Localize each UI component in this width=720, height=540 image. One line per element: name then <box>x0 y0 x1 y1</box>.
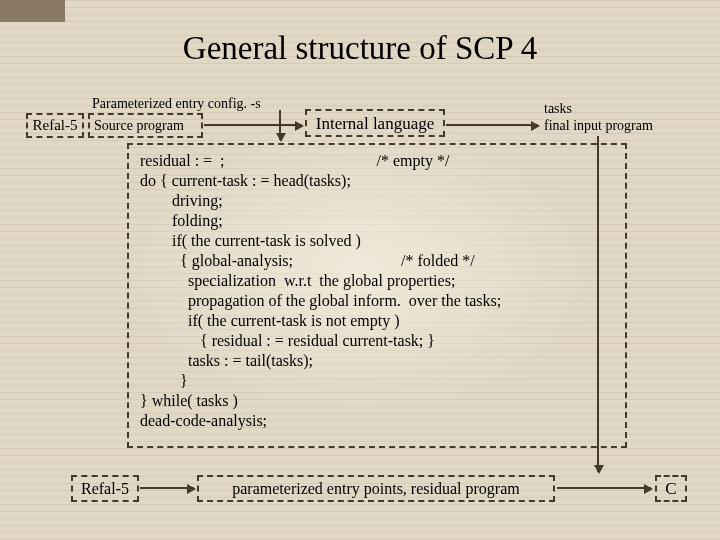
final-input-program-label: final input program <box>544 117 653 134</box>
algorithm-pseudocode: residual : = ; /* empty */ do { current-… <box>140 151 620 431</box>
arrow-source-to-internal <box>204 124 302 126</box>
arrow-internal-to-tasks <box>446 124 538 126</box>
residual-program-box: parameterized entry points, residual pro… <box>197 475 555 502</box>
tasks-label: tasks <box>544 100 653 117</box>
decorative-top-stripe <box>0 0 65 22</box>
arrow-residual-to-c <box>557 487 651 489</box>
page-title: General structure of SCP 4 <box>0 30 720 67</box>
c-output-box: C <box>655 475 687 502</box>
arrow-tasks-down <box>597 136 599 472</box>
arrow-refal-to-residual <box>140 487 194 489</box>
source-program-box: Source program <box>88 113 203 138</box>
refal-input-box: Refal-5 <box>26 113 84 138</box>
internal-language-box: Internal language <box>305 109 445 137</box>
tasks-column: tasks final input program <box>544 100 653 134</box>
refal-output-box: Refal-5 <box>71 475 139 502</box>
param-config-label: Parameterized entry config. -s <box>92 96 261 112</box>
